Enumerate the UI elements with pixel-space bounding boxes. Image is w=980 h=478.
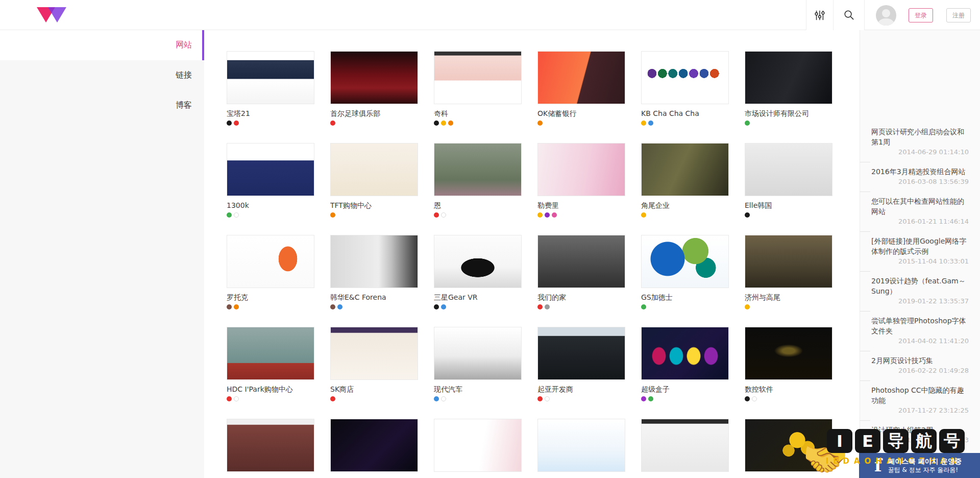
website-card[interactable]: 罗托克: [227, 235, 314, 309]
article-item[interactable]: 2019设计趋势（feat.Gam～Sung）2019-01-22 13:35:…: [860, 271, 980, 311]
website-thumbnail[interactable]: [434, 235, 522, 288]
website-thumbnail[interactable]: [227, 235, 314, 288]
article-title[interactable]: [外部链接]使用Google网络字体制作的版式示例: [871, 236, 969, 256]
article-item[interactable]: 2月网页设计技巧集2016-02-22 01:49:28: [860, 351, 980, 380]
website-thumbnail[interactable]: [537, 51, 625, 104]
active-indicator-bar: [202, 30, 204, 60]
website-card[interactable]: 角尾企业: [641, 143, 729, 218]
website-card[interactable]: 数控软件: [745, 327, 832, 401]
category-dot: [434, 212, 439, 218]
search-button[interactable]: [834, 0, 864, 30]
article-item[interactable]: 尝试单独管理Photoshop字体文件夹2014-04-02 11:41:20: [860, 311, 980, 351]
website-card[interactable]: 宝塔21: [227, 51, 314, 126]
website-card[interactable]: [537, 419, 625, 472]
website-card[interactable]: Elle韩国: [745, 143, 832, 218]
website-card[interactable]: TFT购物中心: [330, 143, 418, 218]
website-thumbnail[interactable]: [227, 327, 314, 380]
website-card[interactable]: 济州与高尾: [745, 235, 832, 309]
website-thumbnail[interactable]: [330, 143, 418, 196]
website-card[interactable]: [641, 419, 729, 472]
sidebar-item-blog[interactable]: 博客: [0, 90, 204, 121]
register-button[interactable]: 注册: [946, 8, 971, 22]
article-title[interactable]: 9月设计师郑模的评论: [871, 455, 969, 465]
website-card[interactable]: 勒费里: [537, 143, 625, 218]
website-card[interactable]: 我们的家: [537, 235, 625, 309]
website-thumbnail[interactable]: [227, 143, 314, 196]
website-card[interactable]: 恩: [434, 143, 522, 218]
article-title[interactable]: 您可以在其中检查网站性能的网站: [871, 196, 969, 217]
site-logo[interactable]: [37, 6, 67, 25]
category-dots: [745, 396, 832, 401]
article-title[interactable]: Photoshop CC中隐藏的有趣功能: [871, 385, 969, 405]
website-thumbnail[interactable]: [641, 327, 729, 380]
website-thumbnail[interactable]: [745, 327, 832, 380]
website-thumbnail[interactable]: [641, 51, 729, 104]
article-date: 2016-02-22 01:49:28: [871, 366, 969, 376]
article-item[interactable]: [外部链接]使用Google网络字体制作的版式示例2015-11-04 10:3…: [860, 231, 980, 271]
user-avatar[interactable]: [876, 5, 896, 26]
website-thumbnail[interactable]: [227, 51, 314, 104]
article-item[interactable]: 设计研究小组第3周2014-08-11 23:15:33: [860, 420, 980, 450]
website-card[interactable]: 现代汽车: [434, 327, 522, 401]
category-dots: [434, 304, 522, 309]
website-card[interactable]: KB Cha Cha Cha: [641, 51, 729, 126]
article-item[interactable]: 2016年3月精选投资组合网站2016-03-08 13:56:39: [860, 162, 980, 192]
login-button[interactable]: 登录: [909, 8, 933, 22]
website-card[interactable]: 首尔足球俱乐部: [330, 51, 418, 126]
website-thumbnail[interactable]: [641, 143, 729, 196]
website-card[interactable]: HDC I'Park购物中心: [227, 327, 314, 401]
website-thumbnail[interactable]: [330, 327, 418, 380]
category-dots: [641, 304, 729, 309]
article-item[interactable]: 网页设计研究小组启动会议和第1周2014-06-29 01:14:10: [860, 122, 980, 162]
website-thumbnail[interactable]: [745, 235, 832, 288]
website-card[interactable]: [227, 419, 314, 472]
website-thumbnail[interactable]: [537, 327, 625, 380]
article-item[interactable]: 您可以在其中检查网站性能的网站2016-01-21 11:46:14: [860, 192, 980, 231]
website-thumbnail[interactable]: [537, 143, 625, 196]
article-title[interactable]: 网页设计研究小组启动会议和第1周: [871, 127, 969, 147]
website-thumbnail[interactable]: [745, 51, 832, 104]
logo-triangle-purple: [48, 7, 66, 22]
article-title[interactable]: 2016年3月精选投资组合网站: [871, 166, 969, 177]
website-thumbnail[interactable]: [434, 51, 522, 104]
header-actions: 登录 注册: [806, 0, 980, 30]
website-thumbnail[interactable]: [537, 419, 625, 472]
website-thumbnail[interactable]: [330, 51, 418, 104]
website-thumbnail[interactable]: [434, 327, 522, 380]
website-card[interactable]: OK储蓄银行: [537, 51, 625, 126]
website-card[interactable]: [745, 419, 832, 472]
website-card[interactable]: [330, 419, 418, 472]
website-title: 现代汽车: [434, 385, 522, 394]
website-card[interactable]: 韩华E&C Forena: [330, 235, 418, 309]
filter-button[interactable]: [806, 0, 833, 30]
website-thumbnail[interactable]: [745, 143, 832, 196]
website-thumbnail[interactable]: [641, 235, 729, 288]
sidebar-item-links[interactable]: 链接: [0, 60, 204, 90]
article-title[interactable]: 尝试单独管理Photoshop字体文件夹: [871, 316, 969, 336]
website-thumbnail[interactable]: [330, 419, 418, 472]
website-card[interactable]: [434, 419, 522, 472]
website-card[interactable]: GS加德士: [641, 235, 729, 309]
website-thumbnail[interactable]: [330, 235, 418, 288]
website-card[interactable]: 起亚开发商: [537, 327, 625, 401]
article-title[interactable]: 2月网页设计技巧集: [871, 355, 969, 366]
category-dots: [227, 304, 314, 309]
website-thumbnail[interactable]: [434, 143, 522, 196]
sidebar-item-websites[interactable]: 网站: [0, 30, 204, 60]
sidebar-item-label: 链接: [176, 70, 192, 81]
article-title[interactable]: 设计研究小组第3周: [871, 425, 969, 435]
article-item[interactable]: Photoshop CC中隐藏的有趣功能2017-11-27 23:12:25: [860, 380, 980, 420]
article-title[interactable]: 2019设计趋势（feat.Gam～Sung）: [871, 276, 969, 296]
website-thumbnail[interactable]: [227, 419, 314, 472]
article-item[interactable]: 9月设计师郑模的评论: [860, 450, 980, 469]
website-card[interactable]: 1300k: [227, 143, 314, 218]
website-card[interactable]: 市场设计师有限公司: [745, 51, 832, 126]
website-card[interactable]: 三星Gear VR: [434, 235, 522, 309]
website-thumbnail[interactable]: [434, 419, 522, 472]
website-card[interactable]: 超级盒子: [641, 327, 729, 401]
website-thumbnail[interactable]: [745, 419, 832, 472]
website-card[interactable]: 奇科: [434, 51, 522, 126]
website-thumbnail[interactable]: [641, 419, 729, 472]
website-card[interactable]: SK商店: [330, 327, 418, 401]
website-thumbnail[interactable]: [537, 235, 625, 288]
